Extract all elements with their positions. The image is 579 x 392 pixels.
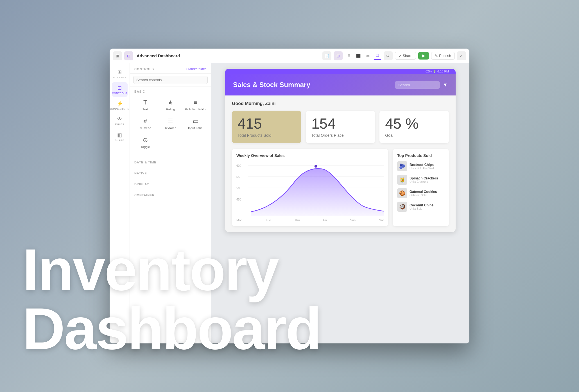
dashboard-top-bar: 62% 🔋 6:10 PM	[225, 69, 456, 74]
layout-button[interactable]: ⊞	[334, 51, 343, 60]
control-text[interactable]: T Text	[133, 96, 157, 114]
tablet-landscape-btn[interactable]: ▭	[364, 52, 372, 60]
screens-label: SCREENS	[113, 76, 126, 79]
product-name-2: Oatmeal Cookies	[410, 190, 437, 194]
dashboard-search-input[interactable]	[395, 81, 440, 89]
chart-label-sat: Sat	[379, 218, 384, 222]
stats-row: 415 Total Products Sold 154 Total Orders…	[232, 111, 449, 143]
toolbar: ⊞ ⊡ Advanced Dashboard 📄 ⊞ 🖥 ⬛ ▭ ☐ ⚙ ↗ S…	[110, 49, 469, 63]
marketplace-link[interactable]: + Marketplace	[185, 67, 207, 71]
preview-label: ▶	[422, 54, 425, 58]
product-detail-0: Units Sold this Sold	[410, 167, 434, 170]
list-item: 🥫 Spinach Crackers Units Crackers	[397, 175, 444, 185]
numeric-icon: #	[144, 118, 147, 125]
check-button[interactable]: ✓	[457, 51, 466, 60]
search-controls-area	[130, 74, 211, 86]
settings-button[interactable]: ⚙	[384, 51, 393, 60]
product-name-0: Beetroot Chips	[410, 163, 434, 167]
sidebar-item-connectors[interactable]: ⚡ CONNECTORS	[112, 98, 128, 113]
sidebar-item-controls[interactable]: ⊡ CONTROLS	[112, 82, 128, 97]
sidebar-item-rules[interactable]: 👁 RULES	[112, 114, 128, 128]
text-icon: T	[143, 99, 147, 106]
search-controls-input[interactable]	[133, 76, 208, 84]
rules-label: RULES	[115, 123, 124, 126]
container-section-title: CONTAINER	[130, 190, 211, 199]
page-icon-button[interactable]: ⊡	[124, 51, 133, 60]
chart-area: 600 550 500 450	[236, 161, 384, 217]
product-detail-2: Oatmeal Sold	[410, 194, 437, 197]
stat-number-orders: 154	[311, 116, 370, 131]
dashboard-title: Sales & Stock Summary	[233, 81, 310, 89]
desktop-device-btn[interactable]: 🖥	[345, 52, 353, 60]
share-label: Share	[403, 54, 413, 58]
chart-label-sun: Sun	[350, 218, 356, 222]
sidebar-item-share[interactable]: ◧ SHARE	[112, 129, 128, 144]
basic-controls-grid: T Text ★ Rating ≡ Rich Text Editor # Num…	[130, 95, 211, 155]
rating-icon: ★	[168, 99, 173, 106]
svg-text:450: 450	[236, 198, 241, 201]
control-rich-text[interactable]: ≡ Rich Text Editor	[184, 96, 208, 114]
list-item: 🍪 Oatmeal Cookies Oatmeal Sold	[397, 188, 444, 198]
publish-button[interactable]: ✎ Publish	[431, 52, 455, 60]
native-section-title: NATIVE	[130, 168, 211, 177]
product-info-3: Coconut Chips Units Sold	[410, 203, 433, 210]
svg-text:500: 500	[236, 187, 241, 190]
app-menu-button[interactable]: ⊞	[113, 51, 122, 60]
product-image-3: 🥥	[397, 202, 407, 212]
stat-number-goal: 45 %	[385, 116, 443, 131]
list-item: 🫐 Beetroot Chips Units Sold this Sold	[397, 161, 444, 171]
add-page-button[interactable]: 📄	[322, 51, 331, 60]
sidebar-item-screens[interactable]: ⊞ SCREENS	[112, 67, 128, 81]
product-detail-3: Units Sold	[410, 207, 433, 210]
tablet-device-btn[interactable]: ⬛	[354, 52, 362, 60]
section-divider-1	[130, 156, 211, 156]
controls-title: CONTROLS	[134, 67, 154, 71]
preview-button[interactable]: ▶	[418, 52, 429, 60]
screens-icon: ⊞	[117, 69, 122, 75]
connectors-label: CONNECTORS	[110, 108, 129, 110]
device-icons: 🖥 ⬛ ▭ ☐	[345, 52, 381, 60]
publish-label: Publish	[439, 54, 451, 58]
chart-label-mon: Mon	[236, 218, 242, 222]
filter-icon[interactable]: ▼	[443, 82, 448, 88]
control-rating[interactable]: ★ Rating	[159, 96, 183, 114]
product-detail-1: Units Crackers	[410, 180, 438, 183]
display-section-title: DISPLAY	[130, 179, 211, 188]
textarea-label: Textarea	[164, 126, 176, 130]
basic-section-title: BASIC	[130, 86, 211, 95]
text-label: Text	[143, 108, 148, 111]
dashboard-greeting: Good Morning, Zaini	[232, 101, 449, 106]
share-button[interactable]: ↗ Share	[395, 52, 416, 60]
share-nav-icon: ◧	[117, 132, 122, 138]
product-name-3: Coconut Chips	[410, 203, 433, 207]
chart-section: Weekly Overview of Sales 600 550 500 450	[232, 149, 388, 226]
chart-label-thu: Thu	[294, 218, 300, 222]
top-products-section: Top Products Sold 🫐 Beetroot Chips Units…	[393, 149, 449, 226]
section-divider-2	[130, 167, 211, 167]
input-label-label: Input Label	[188, 126, 203, 130]
chart-label-tue: Tue	[266, 218, 271, 222]
svg-text:600: 600	[236, 164, 241, 167]
stat-label-products: Total Products Sold	[238, 133, 296, 138]
rules-icon: 👁	[117, 116, 122, 122]
product-image-0: 🫐	[397, 161, 407, 171]
product-name-1: Spinach Crackers	[410, 176, 438, 180]
product-info-0: Beetroot Chips Units Sold this Sold	[410, 163, 434, 170]
main-layout: ⊞ SCREENS ⊡ CONTROLS ⚡ CONNECTORS 👁 RULE…	[110, 63, 469, 343]
control-input-label[interactable]: ▭ Input Label	[184, 115, 208, 133]
stat-label-orders: Total Orders Place	[311, 133, 370, 138]
control-textarea[interactable]: ☰ Textarea	[159, 115, 183, 133]
share-nav-label: SHARE	[115, 139, 125, 142]
phone-device-btn[interactable]: ☐	[374, 52, 381, 60]
app-window: ⊞ ⊡ Advanced Dashboard 📄 ⊞ 🖥 ⬛ ▭ ☐ ⚙ ↗ S…	[110, 49, 469, 343]
date-time-section-title: DATE & TIME	[130, 157, 211, 166]
sidebar-nav: ⊞ SCREENS ⊡ CONTROLS ⚡ CONNECTORS 👁 RULE…	[110, 63, 130, 343]
control-numeric[interactable]: # Numeric	[133, 115, 157, 133]
toggle-icon: ⊙	[143, 136, 148, 144]
control-toggle[interactable]: ⊙ Toggle	[133, 134, 157, 151]
list-item: 🥥 Coconut Chips Units Sold	[397, 202, 444, 212]
share-icon: ↗	[399, 54, 402, 58]
controls-label: CONTROLS	[112, 92, 127, 95]
chart-svg: 600 550 500 450	[236, 161, 384, 217]
stat-number-products: 415	[238, 116, 296, 131]
